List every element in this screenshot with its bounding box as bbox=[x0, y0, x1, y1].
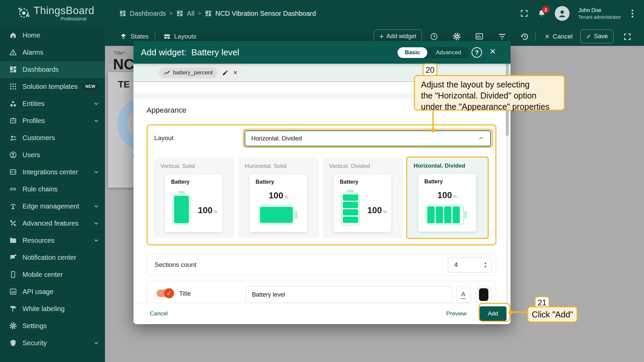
breadcrumb: Dashboards > All > NCD Vibration Sensor … bbox=[119, 0, 316, 27]
sidebar-item-settings[interactable]: Settings bbox=[0, 317, 105, 335]
antenna-icon bbox=[9, 202, 17, 210]
sidebar-item-resources[interactable]: Resources bbox=[0, 232, 105, 249]
tab-basic[interactable]: Basic bbox=[397, 47, 427, 58]
rule-chain-icon bbox=[9, 185, 17, 193]
dialog-header: Add widget: Battery level Basic Advanced… bbox=[133, 41, 511, 64]
sidebar-item-api-usage[interactable]: API usage bbox=[0, 283, 105, 300]
sidebar-item-solution-templates[interactable]: Solution templates NEW bbox=[0, 78, 105, 95]
time-window-icon[interactable] bbox=[430, 32, 438, 41]
save-button[interactable]: ✓ Save bbox=[580, 29, 613, 43]
toolbar-divider bbox=[155, 32, 155, 41]
sidebar-item-customers[interactable]: Customers bbox=[0, 129, 105, 146]
sidebar-item-users[interactable]: Users bbox=[0, 146, 105, 164]
breadcrumb-separator: > bbox=[169, 10, 173, 17]
mode-toggle: Basic Advanced bbox=[397, 47, 469, 58]
sidebar-item-dashboards[interactable]: Dashboards bbox=[0, 61, 105, 78]
datasource-chip[interactable]: battery_percent bbox=[159, 67, 217, 78]
background-widget-title: TE bbox=[118, 79, 130, 90]
title-toggle-label: Title bbox=[179, 290, 191, 297]
dialog-cancel-button[interactable]: Cancel bbox=[150, 310, 168, 317]
tools-icon bbox=[9, 219, 17, 227]
gear-icon bbox=[9, 322, 17, 330]
sidebar-item-notification-center[interactable]: Notification center bbox=[0, 249, 105, 266]
chevron-down-icon bbox=[93, 340, 100, 346]
expand-icon[interactable] bbox=[623, 33, 632, 41]
background-widget-card: TE bbox=[108, 72, 133, 188]
widget-title-input[interactable]: Battery level bbox=[246, 286, 452, 303]
title-font-settings-button[interactable]: A bbox=[456, 286, 470, 303]
bar-chart-icon bbox=[9, 288, 17, 296]
close-icon[interactable]: × bbox=[490, 46, 496, 57]
datasource-chip-group: battery_percent × bbox=[158, 66, 242, 79]
user-circle-icon bbox=[9, 151, 17, 159]
folder-icon bbox=[9, 236, 17, 244]
sidebar-item-integrations-center[interactable]: Integrations center bbox=[0, 164, 105, 181]
close-icon: × bbox=[545, 32, 549, 41]
chevron-down-icon bbox=[93, 237, 100, 244]
sections-count-input[interactable]: 4 ▲▼ bbox=[448, 257, 491, 273]
dashboard-title-label: Title* bbox=[114, 50, 125, 56]
sidebar-item-security[interactable]: Security bbox=[0, 335, 105, 352]
annotation-dropdown-highlight bbox=[243, 129, 493, 148]
message-icon bbox=[9, 253, 17, 261]
title-color-swatch[interactable] bbox=[476, 286, 491, 303]
preview-button[interactable]: Preview bbox=[446, 310, 467, 317]
sections-count-label: Sections count bbox=[155, 261, 197, 268]
sidebar-item-edge-management[interactable]: Edge management bbox=[0, 198, 105, 215]
more-menu-icon[interactable] bbox=[630, 8, 635, 19]
user-name: John Doe bbox=[578, 7, 621, 13]
annotation-add-button-highlight bbox=[479, 303, 510, 322]
cancel-edit-button[interactable]: × Cancel bbox=[545, 27, 573, 46]
annotation-step-20-callout: Adjust the layout by selecting the "Hori… bbox=[414, 75, 565, 111]
toolbar-divider bbox=[535, 32, 536, 41]
layouts-icon bbox=[163, 33, 171, 40]
sections-count-row: Sections count 4 ▲▼ bbox=[147, 253, 496, 276]
notifications-bell-icon[interactable]: 2 bbox=[537, 9, 546, 18]
id-badge-icon bbox=[9, 117, 17, 125]
phone-icon bbox=[9, 270, 17, 279]
sidebar-item-white-labeling[interactable]: White labeling bbox=[0, 300, 105, 317]
dashboard-settings-icon[interactable] bbox=[452, 32, 461, 41]
version-history-icon[interactable] bbox=[520, 32, 529, 41]
stepper-arrows[interactable]: ▲▼ bbox=[484, 261, 487, 268]
sidebar-item-rule-chains[interactable]: Rule chains bbox=[0, 181, 105, 198]
dashboard-grid-icon bbox=[9, 65, 17, 73]
annotation-step-21-callout: Click "Add" bbox=[527, 306, 578, 322]
annotation-connector-21 bbox=[513, 311, 528, 313]
sidebar-item-home[interactable]: Home bbox=[0, 27, 105, 44]
sidebar-item-profiles[interactable]: Profiles bbox=[0, 112, 105, 129]
tab-advanced[interactable]: Advanced bbox=[428, 49, 469, 56]
notifications-count-badge: 2 bbox=[542, 6, 549, 13]
annotation-dot-20 bbox=[431, 128, 435, 132]
sidebar-item-alarms[interactable]: Alarms bbox=[0, 44, 105, 61]
sidebar: Home Alarms Dashboards Solution template… bbox=[0, 27, 105, 362]
check-icon: ✓ bbox=[586, 33, 591, 40]
fullscreen-icon[interactable] bbox=[520, 9, 529, 18]
sidebar-item-mobile-center[interactable]: Mobile center bbox=[0, 266, 105, 283]
annotation-dot-21 bbox=[508, 310, 513, 314]
background-gauge-arc bbox=[117, 97, 133, 151]
help-icon[interactable]: ? bbox=[472, 47, 482, 58]
chevron-down-icon bbox=[93, 100, 100, 107]
brand-name: ThingsBoard bbox=[34, 5, 94, 17]
filter-icon[interactable] bbox=[498, 33, 506, 41]
dialog-title: Add widget: Battery level bbox=[141, 47, 239, 58]
top-header: ThingsBoard Professional Dashboards > Al… bbox=[0, 0, 644, 27]
states-icon bbox=[120, 33, 127, 40]
manage-layouts-icon[interactable] bbox=[475, 32, 484, 41]
chevron-down-icon bbox=[93, 203, 100, 209]
edit-pencil-icon[interactable] bbox=[222, 70, 228, 76]
dashboard-title-value: NC bbox=[113, 56, 133, 73]
appearance-heading: Appearance bbox=[147, 106, 186, 115]
title-toggle[interactable]: ✓ bbox=[157, 290, 173, 297]
breadcrumb-dashboards[interactable]: Dashboards bbox=[130, 10, 166, 17]
entities-icon bbox=[9, 100, 17, 108]
integration-icon bbox=[9, 168, 17, 176]
sidebar-item-advanced-features[interactable]: Advanced features bbox=[0, 215, 105, 232]
avatar[interactable] bbox=[555, 6, 570, 21]
remove-datasource-icon[interactable]: × bbox=[233, 70, 237, 76]
brand-edition: Professional bbox=[34, 16, 87, 21]
breadcrumb-all[interactable]: All bbox=[187, 10, 194, 17]
sidebar-item-entities[interactable]: Entities bbox=[0, 95, 105, 112]
chevron-down-icon bbox=[93, 117, 100, 124]
